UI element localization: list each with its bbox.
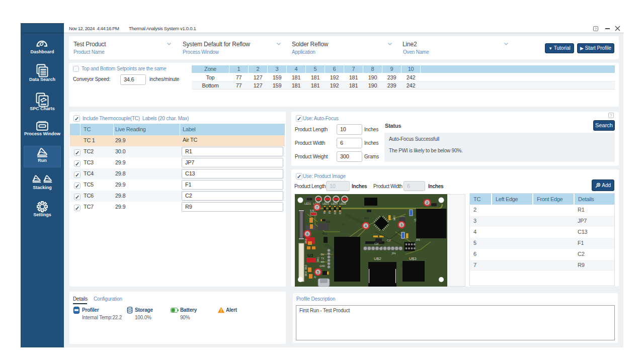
svg-text:U1: U1: [414, 218, 417, 222]
svg-text:4: 4: [365, 224, 367, 228]
svg-text:C17: C17: [387, 239, 391, 242]
svg-text:U$3: U$3: [409, 256, 417, 261]
svg-text:R10: R10: [323, 232, 327, 235]
svg-text:J1: J1: [313, 276, 316, 279]
svg-text:5: 5: [317, 270, 319, 274]
svg-text:R20: R20: [334, 210, 337, 214]
svg-text:RX: RX: [321, 260, 325, 263]
svg-text:U$2: U$2: [374, 256, 381, 261]
svg-text:LED3: LED3: [323, 202, 329, 205]
svg-text:5V: 5V: [321, 253, 325, 256]
svg-text:2: 2: [426, 201, 428, 205]
svg-text:C18: C18: [374, 243, 379, 245]
svg-text:RN1: RN1: [317, 256, 319, 261]
svg-text:U3: U3: [307, 253, 313, 258]
svg-text:S1: S1: [342, 223, 345, 226]
svg-text:R8: R8: [324, 211, 326, 214]
svg-text:RN2: RN2: [305, 238, 307, 243]
svg-text:R21: R21: [364, 217, 369, 220]
svg-text:MP7: MP7: [393, 215, 396, 220]
svg-text:JP4: JP4: [391, 252, 396, 255]
svg-text:R19: R19: [339, 210, 342, 214]
svg-text:3: 3: [400, 223, 403, 227]
svg-text:TX: TX: [321, 257, 325, 260]
svg-text:JP3: JP3: [416, 238, 420, 241]
svg-text:LED5: LED5: [340, 202, 346, 205]
svg-text:GND: GND: [319, 264, 326, 267]
svg-text:LED1: LED1: [304, 202, 311, 205]
svg-text:RN4: RN4: [305, 271, 307, 276]
svg-text:7: 7: [316, 206, 318, 209]
svg-text:S.B: S.B: [310, 209, 314, 212]
svg-text:RN3: RN3: [305, 264, 307, 269]
svg-text:R7: R7: [329, 211, 331, 214]
svg-text:R11: R11: [326, 220, 331, 223]
svg-text:6: 6: [306, 232, 308, 236]
svg-text:LED4: LED4: [331, 202, 338, 205]
